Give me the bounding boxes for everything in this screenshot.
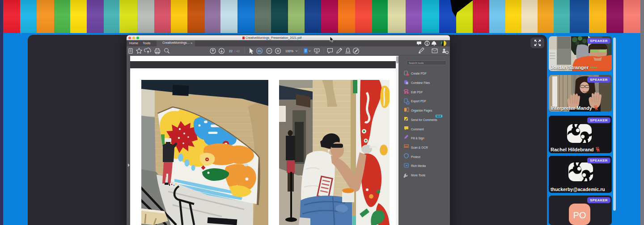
svg-text:Create PDF: Create PDF <box>411 72 427 75</box>
svg-text:NEW: NEW <box>436 115 441 117</box>
svg-text:Fill & Sign: Fill & Sign <box>411 137 424 140</box>
svg-text:100%: 100% <box>285 50 293 53</box>
svg-text:Combine Files: Combine Files <box>411 81 430 84</box>
svg-text:22: 22 <box>229 50 233 53</box>
svg-text:Scan & OCR: Scan & OCR <box>411 146 428 149</box>
svg-text:Edit PDF: Edit PDF <box>411 91 423 94</box>
svg-text:Comment: Comment <box>411 128 424 131</box>
svg-text:Rich Media: Rich Media <box>411 164 426 167</box>
svg-text:Export PDF: Export PDF <box>411 100 426 103</box>
svg-text:Send for Comments: Send for Comments <box>411 118 437 121</box>
svg-text:More Tools: More Tools <box>411 174 426 177</box>
svg-text:Protect: Protect <box>411 155 420 158</box>
svg-text:Organize Pages: Organize Pages <box>411 109 432 112</box>
svg-text:/ 43: / 43 <box>234 50 240 53</box>
